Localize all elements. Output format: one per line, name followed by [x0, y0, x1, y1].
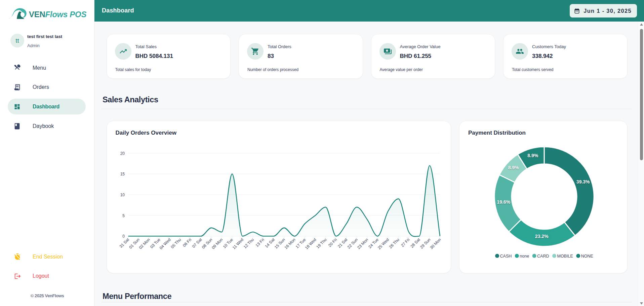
- svg-text:11 Wed: 11 Wed: [232, 237, 244, 250]
- svg-text:13 Fri: 13 Fri: [254, 237, 265, 248]
- svg-text:8.9%: 8.9%: [527, 153, 538, 158]
- svg-text:10: 10: [120, 193, 125, 197]
- svg-text:20 Fri: 20 Fri: [327, 237, 338, 248]
- svg-text:23 Mon: 23 Mon: [356, 237, 369, 250]
- svg-text:09 Mon: 09 Mon: [211, 237, 224, 250]
- svg-text:CASH: CASH: [500, 254, 512, 259]
- svg-text:05 Thu: 05 Thu: [170, 237, 182, 249]
- svg-text:30 Mon: 30 Mon: [429, 237, 442, 250]
- svg-text:18 Wed: 18 Wed: [304, 237, 317, 250]
- svg-text:23.2%: 23.2%: [535, 234, 549, 239]
- svg-text:CARD: CARD: [537, 254, 549, 259]
- svg-text:MOBILE: MOBILE: [557, 254, 573, 259]
- svg-text:0: 0: [122, 234, 125, 239]
- svg-text:none: none: [520, 254, 529, 259]
- svg-text:12 Thu: 12 Thu: [243, 237, 255, 249]
- svg-text:39.3%: 39.3%: [576, 179, 590, 184]
- svg-text:02 Mon: 02 Mon: [138, 237, 151, 250]
- svg-text:26 Thu: 26 Thu: [388, 237, 400, 249]
- svg-text:15: 15: [120, 172, 125, 176]
- svg-text:25 Wed: 25 Wed: [377, 237, 390, 250]
- svg-text:20: 20: [120, 151, 125, 156]
- svg-text:NONE: NONE: [581, 254, 593, 259]
- svg-text:06 Fri: 06 Fri: [182, 237, 193, 248]
- svg-text:19.6%: 19.6%: [497, 199, 510, 205]
- svg-text:19 Thu: 19 Thu: [315, 237, 327, 249]
- svg-text:27 Fri: 27 Fri: [400, 237, 411, 248]
- svg-text:8.9%: 8.9%: [508, 165, 519, 170]
- svg-text:04 Wed: 04 Wed: [159, 237, 172, 250]
- svg-text:16 Mon: 16 Mon: [284, 237, 296, 250]
- svg-text:5: 5: [122, 213, 125, 218]
